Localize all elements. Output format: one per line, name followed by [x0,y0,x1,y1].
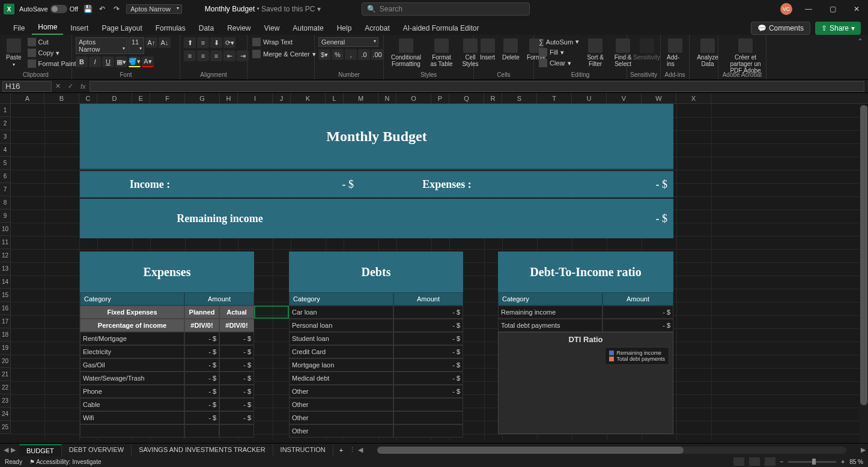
row-header[interactable]: 14 [0,276,11,289]
row-header[interactable]: 8 [0,196,11,209]
zoom-slider[interactable] [788,461,836,463]
decrease-decimal-icon[interactable]: .0 [358,49,370,60]
row-header[interactable]: 2 [0,117,11,130]
zoom-level[interactable]: 85 % [849,459,863,465]
increase-font-icon[interactable]: A↑ [145,37,157,48]
orientation-icon[interactable]: ⟳▾ [223,37,235,48]
vertical-scrollbar[interactable] [860,105,868,443]
row-header[interactable]: 18 [0,328,11,342]
decrease-font-icon[interactable]: A↓ [159,37,171,48]
increase-indent-icon[interactable]: ⇥ [237,50,249,61]
row-header[interactable]: 23 [0,394,11,408]
column-header[interactable]: P [431,93,449,103]
sheet-nav-next-icon[interactable]: ▶ [11,446,16,454]
merge-center-button[interactable]: Merge & Center ▾ [251,49,317,59]
search-box[interactable]: 🔍 Search [362,2,530,16]
comma-icon[interactable]: , [345,49,357,60]
quick-font-select[interactable]: Aptos Narrow [126,4,182,14]
table-row[interactable]: Car loan [289,306,393,319]
planned-cell[interactable]: - $ [184,385,219,398]
column-header[interactable]: E [132,93,150,103]
row-header[interactable]: 5 [0,157,11,170]
menu-tab-ai-aided-formula-editor[interactable]: AI-aided Formula Editor [397,22,485,35]
menu-tab-file[interactable]: File [7,22,31,35]
row-header[interactable]: 9 [0,209,11,223]
row-header[interactable]: 11 [0,236,11,249]
planned-cell[interactable] [184,424,219,438]
debt-amount-cell[interactable] [393,411,463,424]
undo-icon[interactable]: ↶ [97,4,107,14]
column-header[interactable]: J [273,93,291,103]
increase-decimal-icon[interactable]: .00 [371,49,383,60]
column-header[interactable]: G [185,93,220,103]
row-header[interactable]: 17 [0,315,11,328]
table-row[interactable]: Personal loan [289,319,393,332]
sheet-tab-budget[interactable]: BUDGET [19,444,62,456]
formula-bar[interactable] [90,81,864,92]
share-button[interactable]: ⇪ Share ▾ [815,22,861,35]
column-header[interactable]: M [344,93,378,103]
debt-amount-cell[interactable]: - $ [393,358,463,372]
table-row[interactable]: Gas/Oil [80,358,184,372]
font-size-select[interactable]: 11 [129,37,144,54]
planned-cell[interactable]: - $ [184,372,219,385]
menu-tab-review[interactable]: Review [221,22,256,35]
table-row[interactable]: Water/Sewage/Trash [80,372,184,385]
column-header[interactable]: W [642,93,676,103]
page-layout-view-icon[interactable] [749,457,760,466]
table-row[interactable]: Other [289,424,393,438]
currency-icon[interactable]: $▾ [318,49,330,60]
table-row[interactable]: Student loan [289,332,393,345]
table-row[interactable]: Other [289,398,393,411]
scroll-right-icon[interactable]: ▶ [858,446,868,454]
paste-button[interactable]: Paste▾ [4,37,24,68]
menu-tab-acrobat[interactable]: Acrobat [359,22,395,35]
menu-tab-home[interactable]: Home [32,20,63,35]
table-row[interactable]: Wifi [80,411,184,424]
align-top-icon[interactable]: ⬆ [184,37,196,48]
column-header[interactable]: B [44,93,79,103]
file-name[interactable]: Monthly Budget [205,5,255,13]
row-header[interactable]: 12 [0,249,11,262]
actual-cell[interactable]: - $ [219,345,254,358]
row-header[interactable]: 1 [0,104,11,117]
scroll-left-icon[interactable]: ◀ [356,446,365,454]
table-row[interactable]: Credit Card [289,345,393,358]
collapse-ribbon-icon[interactable]: ⌃ [852,35,868,79]
enter-formula-icon[interactable]: ✓ [64,82,77,90]
underline-button[interactable]: U [102,56,114,67]
autosum-button[interactable]: ∑ AutoSum ▾ [538,37,580,46]
percent-icon[interactable]: % [332,49,344,60]
column-header[interactable]: I [238,93,273,103]
actual-cell[interactable] [219,424,254,438]
planned-cell[interactable]: - $ [184,332,219,345]
zoom-out-icon[interactable]: − [780,459,784,465]
align-bottom-icon[interactable]: ⬇ [210,37,222,48]
accessibility-status[interactable]: ⚑ Accessibility: Investigate [29,459,102,465]
column-header[interactable]: A [11,93,44,103]
table-row[interactable] [80,424,184,438]
table-row[interactable]: Medical debt [289,372,393,385]
row-header[interactable]: 7 [0,183,11,196]
debt-amount-cell[interactable]: - $ [393,345,463,358]
column-header[interactable]: N [378,93,396,103]
menu-tab-formulas[interactable]: Formulas [150,22,192,35]
table-row[interactable]: Total debt payments [498,319,602,332]
row-header[interactable]: 4 [0,143,11,157]
column-header[interactable]: U [572,93,607,103]
planned-cell[interactable]: - $ [184,411,219,424]
zoom-in-icon[interactable]: + [841,459,845,465]
column-header[interactable]: D [97,93,132,103]
column-header[interactable]: R [484,93,502,103]
format-as-table-button[interactable]: Format as Table [427,37,456,68]
column-header[interactable]: O [396,93,431,103]
menu-tab-insert[interactable]: Insert [64,22,94,35]
save-icon[interactable]: 💾 [83,4,93,14]
table-row[interactable]: Electricity [80,345,184,358]
row-header[interactable]: 25 [0,421,11,434]
row-header[interactable]: 16 [0,302,11,315]
row-header[interactable]: 6 [0,170,11,183]
row-header[interactable]: 19 [0,342,11,355]
name-box[interactable] [2,81,52,92]
actual-cell[interactable]: - $ [219,332,254,345]
